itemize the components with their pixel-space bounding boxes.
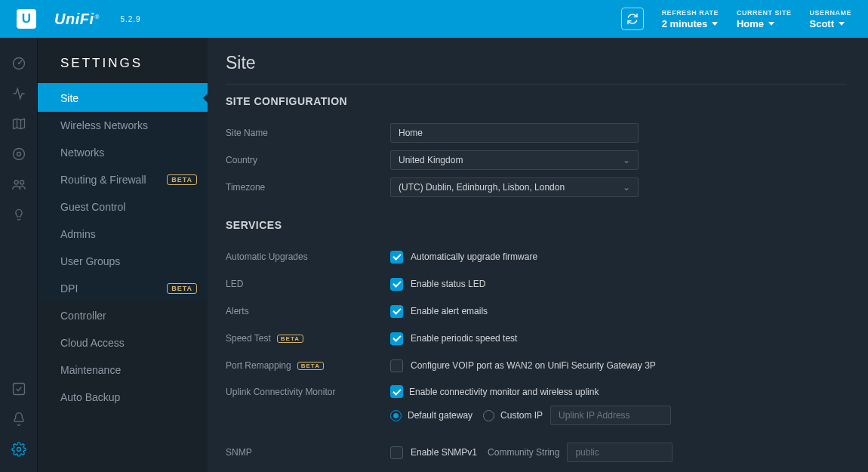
refresh-button[interactable] — [621, 8, 644, 30]
speedtest-checkbox[interactable] — [390, 332, 403, 345]
nav-alerts[interactable] — [0, 404, 38, 434]
sidebar-item-label: Auto Backup — [60, 391, 120, 403]
sidebar-item-maintenance[interactable]: Maintenance — [38, 356, 208, 384]
uplink-default-gateway-text[interactable]: Default gateway — [408, 410, 472, 421]
auto-upgrades-checkbox[interactable] — [390, 251, 403, 264]
sidebar-item-label: Guest Control — [60, 201, 125, 213]
sidebar-item-label: Cloud Access — [60, 337, 125, 349]
snmp-label: SNMP — [226, 447, 390, 458]
sidebar-item-wireless-networks[interactable]: Wireless Networks — [38, 112, 208, 139]
svg-point-7 — [17, 448, 20, 452]
sidebar-item-site[interactable]: Site — [38, 85, 208, 112]
version-label: 5.2.9 — [120, 15, 140, 23]
timezone-select[interactable]: (UTC) Dublin, Edinburgh, Lisbon, London … — [390, 177, 639, 197]
uplink-checkbox[interactable] — [390, 385, 403, 398]
sidebar-item-auto-backup[interactable]: Auto Backup — [38, 384, 208, 411]
sidebar-item-dpi[interactable]: DPIBETA — [38, 275, 208, 302]
alerts-text[interactable]: Enable alert emails — [411, 306, 488, 316]
beta-badge: BETA — [297, 362, 324, 370]
chevron-down-icon: ⌄ — [623, 182, 630, 193]
refresh-rate-selector[interactable]: REFRESH RATE 2 minutes — [662, 9, 719, 29]
username-selector[interactable]: USERNAME Scott — [809, 9, 851, 29]
chevron-down-icon — [839, 22, 845, 26]
nav-devices[interactable] — [0, 139, 38, 169]
country-label: Country — [226, 155, 390, 165]
sidebar-item-routing-firewall[interactable]: Routing & FirewallBETA — [38, 166, 208, 193]
svg-point-5 — [20, 180, 23, 184]
lightbulb-icon — [12, 208, 26, 221]
port-remap-label: Port Remapping — [226, 360, 291, 371]
sidebar-item-controller[interactable]: Controller — [38, 302, 208, 329]
sidebar-item-admins[interactable]: Admins — [38, 221, 208, 248]
snmp-cs-input[interactable] — [567, 443, 673, 462]
speedtest-text[interactable]: Enable periodic speed test — [411, 333, 517, 344]
chevron-down-icon — [768, 22, 774, 26]
brand-text: UniFi® — [54, 11, 99, 28]
icon-strip — [0, 38, 38, 472]
country-select[interactable]: United Kingdom ⌄ — [390, 150, 639, 170]
nav-map[interactable] — [0, 109, 38, 139]
svg-point-1 — [17, 63, 20, 65]
svg-rect-6 — [13, 384, 24, 395]
nav-events[interactable] — [0, 374, 38, 404]
beta-badge: BETA — [167, 283, 197, 294]
uplink-text[interactable]: Enable connectivity monitor and wireless… — [409, 387, 599, 397]
content-area: Site SITE CONFIGURATION Site Name Countr… — [208, 38, 868, 472]
alerts-checkbox[interactable] — [390, 305, 403, 318]
app-header: U UniFi® 5.2.9 REFRESH RATE 2 minutes CU… — [0, 0, 868, 38]
port-remap-text[interactable]: Configure VOIP port as WAN2 on UniFi Sec… — [411, 360, 656, 371]
uplink-label: Uplink Connectivity Monitor — [226, 385, 390, 397]
svg-point-2 — [13, 149, 24, 160]
logo-icon: U — [17, 9, 36, 29]
beta-badge: BETA — [277, 335, 303, 343]
activity-icon — [11, 86, 26, 101]
timezone-label: Timezone — [226, 182, 390, 193]
section-services: SERVICES — [226, 219, 847, 231]
speedtest-label: Speed Test — [226, 333, 271, 344]
settings-nav: SETTINGS SiteWireless NetworksNetworksRo… — [38, 38, 208, 472]
sidebar-item-label: Networks — [60, 147, 104, 159]
site-name-input[interactable] — [390, 123, 639, 143]
snmp-cs-label: Community String — [488, 447, 559, 458]
uplink-default-gateway-radio[interactable] — [390, 410, 402, 421]
current-site-selector[interactable]: CURRENT SITE Home — [737, 9, 792, 29]
uplink-ip-input[interactable] — [550, 406, 671, 425]
sidebar-item-cloud-access[interactable]: Cloud Access — [38, 329, 208, 356]
auto-upgrades-label: Automatic Upgrades — [226, 251, 390, 262]
sidebar-item-label: User Groups — [60, 255, 120, 267]
nav-dashboard[interactable] — [0, 48, 38, 79]
sidebar-item-label: DPI — [60, 282, 78, 295]
nav-clients[interactable] — [0, 169, 38, 199]
led-text[interactable]: Enable status LED — [411, 279, 485, 289]
uplink-custom-ip-text[interactable]: Custom IP — [500, 410, 543, 421]
nav-settings[interactable] — [0, 434, 38, 464]
map-icon — [11, 116, 26, 131]
sidebar-item-networks[interactable]: Networks — [38, 139, 208, 166]
users-icon — [11, 177, 27, 192]
sidebar-item-label: Site — [60, 92, 78, 104]
sidebar-item-label: Routing & Firewall — [60, 174, 146, 186]
port-remap-checkbox[interactable] — [390, 359, 403, 372]
sidebar-item-label: Wireless Networks — [60, 119, 148, 131]
svg-point-4 — [14, 180, 18, 184]
auto-upgrades-text[interactable]: Automatically upgrade firmware — [411, 251, 537, 262]
chevron-down-icon — [712, 22, 718, 26]
chevron-down-icon: ⌄ — [623, 155, 630, 165]
sidebar-item-label: Admins — [60, 228, 96, 240]
sidebar-item-user-groups[interactable]: User Groups — [38, 248, 208, 275]
snmp-text[interactable]: Enable SNMPv1 — [411, 447, 477, 458]
check-square-icon — [11, 381, 26, 396]
alerts-label: Alerts — [226, 306, 390, 316]
bell-icon — [11, 412, 26, 427]
beta-badge: BETA — [167, 174, 197, 185]
snmp-checkbox[interactable] — [390, 446, 403, 459]
gear-icon — [11, 442, 26, 457]
led-checkbox[interactable] — [390, 278, 403, 291]
settings-title: SETTINGS — [38, 38, 208, 85]
uplink-custom-ip-radio[interactable] — [483, 410, 494, 421]
nav-insights[interactable] — [0, 199, 38, 230]
sidebar-item-label: Maintenance — [60, 364, 121, 376]
circle-dot-icon — [11, 147, 26, 162]
sidebar-item-guest-control[interactable]: Guest Control — [38, 193, 208, 221]
nav-statistics[interactable] — [0, 79, 38, 109]
